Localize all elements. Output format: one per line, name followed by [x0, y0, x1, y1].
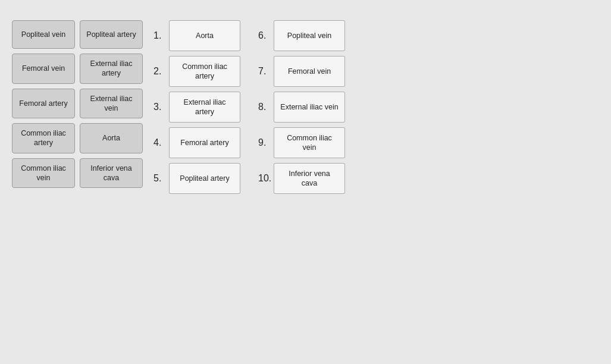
- order-item-8: 8.External iliac vein: [258, 92, 345, 123]
- ordered-column-left: 1.Aorta2.Common iliac artery3.External i…: [153, 20, 240, 194]
- answer-tile-10[interactable]: Inferior vena cava: [274, 163, 345, 194]
- ordered-column-right: 6.Popliteal vein7.Femoral vein8.External…: [258, 20, 345, 194]
- order-number-1: 1.: [153, 30, 167, 41]
- word-tile-wb10[interactable]: Inferior vena cava: [80, 158, 143, 189]
- answer-tile-1[interactable]: Aorta: [169, 20, 240, 51]
- word-tile-wb5[interactable]: Femoral artery: [12, 89, 75, 119]
- order-number-4: 4.: [153, 137, 167, 148]
- answer-tile-6[interactable]: Popliteal vein: [274, 20, 345, 51]
- order-item-1: 1.Aorta: [153, 20, 240, 51]
- order-number-8: 8.: [258, 102, 271, 112]
- word-tile-wb3[interactable]: Femoral vein: [12, 54, 75, 84]
- answer-tile-7[interactable]: Femoral vein: [274, 56, 345, 87]
- answer-tile-3[interactable]: External iliac artery: [169, 92, 240, 123]
- word-tile-wb1[interactable]: Popliteal vein: [12, 20, 75, 49]
- order-item-6: 6.Popliteal vein: [258, 20, 345, 51]
- order-number-6: 6.: [258, 30, 271, 41]
- order-item-4: 4.Femoral artery: [153, 127, 240, 158]
- word-tile-wb4[interactable]: External iliac artery: [80, 54, 143, 84]
- order-item-9: 9.Common iliac vein: [258, 127, 345, 158]
- main-layout: Popliteal veinPopliteal arteryFemoral ve…: [12, 20, 599, 194]
- order-number-7: 7.: [258, 66, 271, 77]
- order-number-5: 5.: [153, 173, 167, 184]
- answer-tile-4[interactable]: Femoral artery: [169, 127, 240, 158]
- word-tile-wb2[interactable]: Popliteal artery: [80, 20, 143, 49]
- word-tile-wb8[interactable]: Aorta: [80, 123, 143, 153]
- word-tile-wb6[interactable]: External iliac vein: [80, 89, 143, 119]
- order-number-10: 10.: [258, 173, 271, 184]
- word-tile-wb7[interactable]: Common iliac artery: [12, 123, 75, 153]
- order-number-9: 9.: [258, 137, 271, 148]
- order-item-10: 10.Inferior vena cava: [258, 163, 345, 194]
- order-item-5: 5.Popliteal artery: [153, 163, 240, 194]
- order-number-2: 2.: [153, 66, 167, 77]
- answer-tile-5[interactable]: Popliteal artery: [169, 163, 240, 194]
- answer-tile-9[interactable]: Common iliac vein: [274, 127, 345, 158]
- order-item-2: 2.Common iliac artery: [153, 56, 240, 87]
- word-bank: Popliteal veinPopliteal arteryFemoral ve…: [12, 20, 143, 188]
- word-tile-wb9[interactable]: Common iliac vein: [12, 158, 75, 189]
- answer-tile-2[interactable]: Common iliac artery: [169, 56, 240, 87]
- ordered-sections: 1.Aorta2.Common iliac artery3.External i…: [153, 20, 345, 194]
- order-item-3: 3.External iliac artery: [153, 92, 240, 123]
- order-number-3: 3.: [153, 102, 167, 112]
- order-item-7: 7.Femoral vein: [258, 56, 345, 87]
- answer-tile-8[interactable]: External iliac vein: [274, 92, 345, 123]
